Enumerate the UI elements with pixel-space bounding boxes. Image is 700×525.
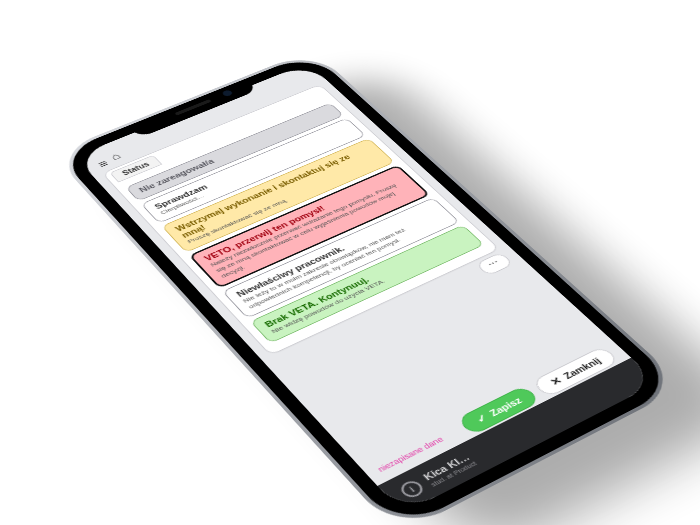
close-icon: ✕	[548, 375, 564, 387]
info-icon[interactable]: i	[397, 477, 427, 499]
home-icon[interactable]: ⌂	[108, 150, 123, 161]
check-icon: ✓	[474, 412, 490, 424]
hamburger-menu-icon[interactable]: ≡	[98, 161, 108, 167]
